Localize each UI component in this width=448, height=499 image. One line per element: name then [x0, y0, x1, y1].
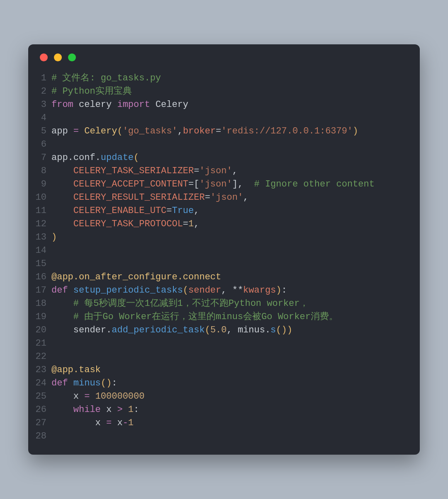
line-number: 13: [32, 231, 51, 244]
code-line[interactable]: 21: [32, 337, 410, 350]
code-text[interactable]: [51, 337, 57, 350]
line-number: 27: [32, 417, 51, 430]
line-number: 24: [32, 377, 51, 390]
line-number: 15: [32, 257, 51, 271]
line-number: 17: [32, 284, 51, 297]
line-number: 23: [32, 363, 51, 377]
code-line[interactable]: 16@app.on_after_configure.connect: [32, 271, 410, 284]
line-number: 12: [32, 218, 51, 231]
code-text[interactable]: while x > 1:: [51, 403, 139, 417]
code-text[interactable]: CELERY_ACCEPT_CONTENT=['json'], # Ignore…: [51, 178, 375, 191]
code-text[interactable]: CELERY_TASK_PROTOCOL=1,: [51, 218, 199, 231]
code-line[interactable]: 9 CELERY_ACCEPT_CONTENT=['json'], # Igno…: [32, 178, 410, 191]
code-text[interactable]: # 每5秒调度一次1亿减到1，不过不跑Python worker，: [51, 297, 309, 310]
line-number: 9: [32, 178, 51, 191]
line-number: 3: [32, 98, 51, 111]
code-text[interactable]: sender.add_periodic_task(5.0, minus.s()): [51, 324, 292, 337]
code-text[interactable]: # 由于Go Worker在运行，这里的minus会被Go Worker消费。: [51, 310, 338, 324]
zoom-icon[interactable]: [68, 53, 76, 61]
line-number: 11: [32, 204, 51, 218]
code-text[interactable]: x = x-1: [51, 417, 134, 430]
line-number: 25: [32, 390, 51, 403]
line-number: 19: [32, 310, 51, 324]
line-number: 10: [32, 191, 51, 204]
line-number: 18: [32, 297, 51, 310]
close-icon[interactable]: [40, 53, 48, 61]
code-line[interactable]: 4: [32, 111, 410, 125]
code-text[interactable]: [51, 257, 57, 271]
minimize-icon[interactable]: [54, 53, 62, 61]
line-number: 5: [32, 125, 51, 138]
code-text[interactable]: CELERY_ENABLE_UTC=True,: [51, 204, 199, 218]
code-text[interactable]: def setup_periodic_tasks(sender, **kwarg…: [51, 284, 287, 297]
line-number: 6: [32, 138, 51, 151]
code-line[interactable]: 12 CELERY_TASK_PROTOCOL=1,: [32, 218, 410, 231]
line-number: 16: [32, 271, 51, 284]
line-number: 4: [32, 111, 51, 125]
code-line[interactable]: 18 # 每5秒调度一次1亿减到1，不过不跑Python worker，: [32, 297, 410, 310]
window-titlebar: [28, 44, 420, 70]
code-text[interactable]: ): [51, 231, 57, 244]
code-text[interactable]: app.conf.update(: [51, 151, 139, 165]
code-line[interactable]: 2# Python实用宝典: [32, 85, 410, 98]
code-line[interactable]: 11 CELERY_ENABLE_UTC=True,: [32, 204, 410, 218]
code-window: 1# 文件名: go_tasks.py2# Python实用宝典3from ce…: [28, 44, 420, 455]
code-line[interactable]: 3from celery import Celery: [32, 98, 410, 111]
code-text[interactable]: [51, 111, 57, 125]
code-text[interactable]: [51, 138, 57, 151]
line-number: 26: [32, 403, 51, 417]
code-text[interactable]: def minus():: [51, 377, 117, 390]
code-text[interactable]: [51, 244, 57, 257]
code-text[interactable]: @app.on_after_configure.connect: [51, 271, 221, 284]
code-line[interactable]: 25 x = 100000000: [32, 390, 410, 403]
line-number: 21: [32, 337, 51, 350]
code-line[interactable]: 22: [32, 350, 410, 363]
code-text[interactable]: app = Celery('go_tasks',broker='redis://…: [51, 125, 358, 138]
code-line[interactable]: 23@app.task: [32, 363, 410, 377]
line-number: 7: [32, 151, 51, 165]
line-number: 2: [32, 85, 51, 98]
line-number: 1: [32, 72, 51, 85]
code-line[interactable]: 17def setup_periodic_tasks(sender, **kwa…: [32, 284, 410, 297]
code-line[interactable]: 15: [32, 257, 410, 271]
code-line[interactable]: 6: [32, 138, 410, 151]
line-number: 8: [32, 165, 51, 178]
code-line[interactable]: 8 CELERY_TASK_SERIALIZER='json',: [32, 165, 410, 178]
code-line[interactable]: 13): [32, 231, 410, 244]
line-number: 20: [32, 324, 51, 337]
code-text[interactable]: # 文件名: go_tasks.py: [51, 72, 161, 85]
code-line[interactable]: 20 sender.add_periodic_task(5.0, minus.s…: [32, 324, 410, 337]
line-number: 28: [32, 430, 51, 443]
code-line[interactable]: 24def minus():: [32, 377, 410, 390]
code-text[interactable]: x = 100000000: [51, 390, 144, 403]
code-line[interactable]: 7app.conf.update(: [32, 151, 410, 165]
code-text[interactable]: from celery import Celery: [51, 98, 188, 111]
code-editor[interactable]: 1# 文件名: go_tasks.py2# Python实用宝典3from ce…: [28, 70, 420, 443]
code-line[interactable]: 26 while x > 1:: [32, 403, 410, 417]
line-number: 14: [32, 244, 51, 257]
code-text[interactable]: # Python实用宝典: [51, 85, 132, 98]
code-text[interactable]: CELERY_RESULT_SERIALIZER='json',: [51, 191, 248, 204]
code-text[interactable]: [51, 350, 57, 363]
code-line[interactable]: 14: [32, 244, 410, 257]
code-text[interactable]: [51, 430, 57, 443]
code-line[interactable]: 10 CELERY_RESULT_SERIALIZER='json',: [32, 191, 410, 204]
code-line[interactable]: 28: [32, 430, 410, 443]
code-line[interactable]: 5app = Celery('go_tasks',broker='redis:/…: [32, 125, 410, 138]
code-text[interactable]: CELERY_TASK_SERIALIZER='json',: [51, 165, 238, 178]
code-text[interactable]: @app.task: [51, 363, 101, 377]
code-line[interactable]: 1# 文件名: go_tasks.py: [32, 72, 410, 85]
line-number: 22: [32, 350, 51, 363]
code-line[interactable]: 27 x = x-1: [32, 417, 410, 430]
code-line[interactable]: 19 # 由于Go Worker在运行，这里的minus会被Go Worker消…: [32, 310, 410, 324]
